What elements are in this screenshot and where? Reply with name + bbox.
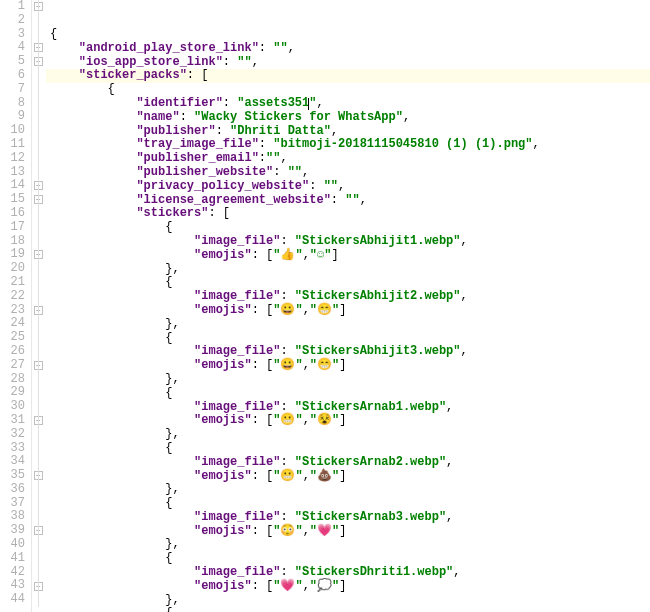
code-line[interactable]: },: [50, 318, 650, 332]
code-line[interactable]: "name": "Wacky Stickers for WhatsApp",: [50, 111, 650, 125]
json-string: "😁": [310, 303, 339, 317]
code-line[interactable]: {: [50, 442, 650, 456]
json-punct: :: [259, 151, 266, 165]
code-line[interactable]: "emojis": ["👍","☺"]: [50, 249, 650, 263]
json-key: "image_file": [194, 234, 280, 248]
code-line[interactable]: },: [50, 373, 650, 387]
json-punct: },: [165, 593, 179, 607]
json-key: "license_agreement_website": [136, 193, 330, 207]
code-line[interactable]: "image_file": "StickersArnab2.webp",: [50, 456, 650, 470]
code-line[interactable]: "tray_image_file": "bitmoji-201811150458…: [50, 138, 650, 152]
code-editor[interactable]: { "android_play_store_link": "", "ios_ap…: [46, 0, 650, 612]
line-number: 12: [0, 152, 25, 166]
code-line[interactable]: {: [50, 607, 650, 612]
json-punct: :: [280, 289, 294, 303]
line-number: 22: [0, 290, 25, 304]
code-line[interactable]: {: [50, 83, 650, 97]
json-punct: : [: [208, 206, 230, 220]
code-line[interactable]: "publisher_email":"",: [50, 152, 650, 166]
line-number: 37: [0, 497, 25, 511]
json-punct: },: [165, 317, 179, 331]
json-punct: ,: [331, 124, 338, 138]
line-number: 27: [0, 359, 25, 373]
json-punct: {: [165, 441, 172, 455]
json-punct: },: [165, 482, 179, 496]
line-number: 24: [0, 317, 25, 331]
code-line[interactable]: "publisher": "Dhriti Datta",: [50, 125, 650, 139]
code-line[interactable]: "emojis": ["😀","😁"]: [50, 304, 650, 318]
json-punct: ,: [303, 413, 310, 427]
line-number: 39: [0, 524, 25, 538]
code-line[interactable]: "emojis": ["😬","😵"]: [50, 414, 650, 428]
line-number: 31: [0, 414, 25, 428]
code-line[interactable]: "image_file": "StickersArnab3.webp",: [50, 511, 650, 525]
json-string: "": [266, 151, 280, 165]
code-line[interactable]: },: [50, 263, 650, 277]
line-number: 11: [0, 138, 25, 152]
code-line[interactable]: },: [50, 538, 650, 552]
json-punct: :: [280, 565, 294, 579]
code-line[interactable]: "android_play_store_link": "",: [50, 42, 650, 56]
json-punct: : [: [252, 358, 274, 372]
json-punct: ,: [338, 179, 345, 193]
json-key: "image_file": [194, 289, 280, 303]
code-line[interactable]: "image_file": "StickersAbhijit1.webp",: [50, 235, 650, 249]
json-punct: :: [280, 344, 294, 358]
code-line[interactable]: "emojis": ["😬","💩"]: [50, 470, 650, 484]
json-punct: ,: [446, 455, 453, 469]
code-line[interactable]: {: [50, 221, 650, 235]
code-line[interactable]: {: [50, 387, 650, 401]
json-key: "emojis": [194, 303, 252, 317]
json-key: "emojis": [194, 413, 252, 427]
code-line[interactable]: "ios_app_store_link": "",: [50, 56, 650, 70]
code-line[interactable]: {: [50, 276, 650, 290]
code-line[interactable]: {: [50, 552, 650, 566]
json-key: "tray_image_file": [136, 137, 258, 151]
json-key: "image_file": [194, 510, 280, 524]
code-line[interactable]: },: [50, 483, 650, 497]
code-line[interactable]: {: [50, 497, 650, 511]
json-punct: :: [273, 165, 287, 179]
line-number: 23: [0, 304, 25, 318]
json-punct: ]: [339, 413, 346, 427]
code-line[interactable]: "identifier": "assets351",: [50, 97, 650, 111]
json-string: "": [324, 179, 338, 193]
line-number: 44: [0, 593, 25, 607]
json-key: "emojis": [194, 358, 252, 372]
json-punct: ,: [461, 289, 468, 303]
line-number: 26: [0, 345, 25, 359]
json-punct: :: [180, 110, 194, 124]
json-string: "☺": [310, 248, 332, 262]
line-number: 40: [0, 538, 25, 552]
line-number: 32: [0, 428, 25, 442]
code-line[interactable]: },: [50, 594, 650, 608]
code-line[interactable]: "emojis": ["💗","💭"]: [50, 580, 650, 594]
json-punct: },: [165, 262, 179, 276]
code-line[interactable]: },: [50, 428, 650, 442]
code-line[interactable]: "privacy_policy_website": "",: [50, 180, 650, 194]
json-punct: ]: [339, 303, 346, 317]
line-number: 1: [0, 0, 25, 14]
line-number: 28: [0, 373, 25, 387]
code-line[interactable]: "image_file": "StickersAbhijit2.webp",: [50, 290, 650, 304]
json-punct: : [: [252, 469, 274, 483]
code-line[interactable]: "stickers": [: [50, 207, 650, 221]
code-line[interactable]: "image_file": "StickersDhriti1.webp",: [50, 566, 650, 580]
json-punct: :: [331, 193, 345, 207]
json-string: "StickersAbhijit1.webp": [295, 234, 461, 248]
code-line[interactable]: "license_agreement_website": "",: [50, 194, 650, 208]
json-punct: ,: [303, 248, 310, 262]
json-punct: ,: [316, 96, 323, 110]
line-number-gutter: 1234567891011121314151617181920212223242…: [0, 0, 32, 612]
json-punct: :: [309, 179, 323, 193]
json-string: "": [273, 41, 287, 55]
code-line[interactable]: "sticker_packs": [: [50, 69, 650, 83]
code-line[interactable]: "emojis": ["😀","😁"]: [50, 359, 650, 373]
json-punct: ,: [533, 137, 540, 151]
json-punct: ,: [303, 524, 310, 538]
code-line[interactable]: {: [50, 332, 650, 346]
line-number: 33: [0, 442, 25, 456]
code-line[interactable]: "emojis": ["😳","💗"]: [50, 525, 650, 539]
code-line[interactable]: {: [50, 28, 650, 42]
code-line[interactable]: "publisher_website": "",: [50, 166, 650, 180]
